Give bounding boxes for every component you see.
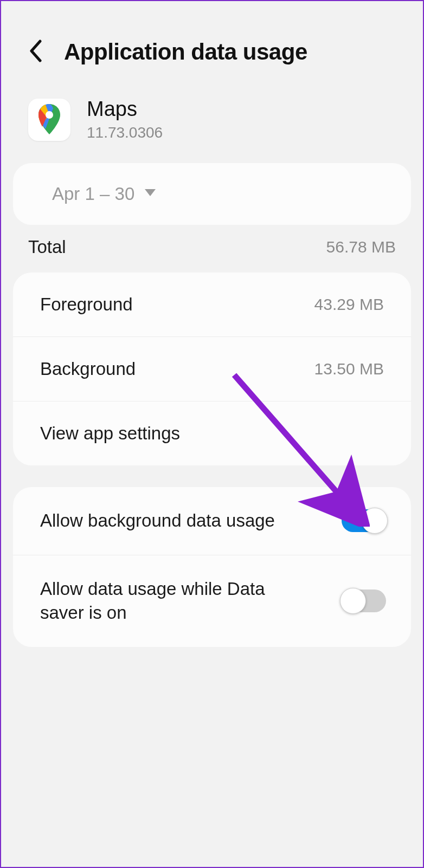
toggle-knob — [340, 588, 366, 614]
background-label: Background — [40, 359, 136, 379]
app-icon — [28, 99, 70, 141]
foreground-label: Foreground — [40, 294, 133, 315]
app-version: 11.73.0306 — [87, 124, 163, 141]
allow-data-saver-label: Allow data usage while Data saver is on — [40, 577, 311, 625]
allow-background-data-toggle[interactable] — [342, 509, 386, 532]
background-row: Background 13.50 MB — [13, 337, 411, 401]
svg-point-0 — [46, 111, 53, 119]
background-value: 13.50 MB — [314, 360, 384, 378]
back-icon[interactable] — [28, 40, 42, 64]
allow-background-data-label: Allow background data usage — [40, 509, 275, 533]
view-app-settings-row[interactable]: View app settings — [13, 401, 411, 465]
total-label: Total — [28, 237, 66, 257]
foreground-row: Foreground 43.29 MB — [13, 273, 411, 337]
toggle-knob — [362, 508, 388, 534]
toggle-card: Allow background data usage Allow data u… — [13, 487, 411, 647]
allow-background-data-row[interactable]: Allow background data usage — [13, 487, 411, 555]
dropdown-icon — [144, 189, 156, 199]
app-info-row: Maps 11.73.0306 — [1, 87, 423, 163]
foreground-value: 43.29 MB — [314, 295, 384, 314]
total-value: 56.78 MB — [326, 238, 396, 256]
app-text: Maps 11.73.0306 — [87, 98, 163, 141]
usage-card: Foreground 43.29 MB Background 13.50 MB … — [13, 273, 411, 465]
header: Application data usage — [1, 1, 423, 87]
allow-data-saver-toggle[interactable] — [342, 590, 386, 612]
date-range-selector[interactable]: Apr 1 – 30 — [13, 163, 411, 225]
total-row: Total 56.78 MB — [1, 225, 423, 273]
date-card: Apr 1 – 30 — [13, 163, 411, 225]
date-range-label: Apr 1 – 30 — [52, 184, 134, 204]
allow-data-saver-row[interactable]: Allow data usage while Data saver is on — [13, 555, 411, 647]
app-name: Maps — [87, 98, 163, 121]
view-app-settings-label: View app settings — [40, 423, 180, 443]
page-title: Application data usage — [64, 39, 307, 65]
